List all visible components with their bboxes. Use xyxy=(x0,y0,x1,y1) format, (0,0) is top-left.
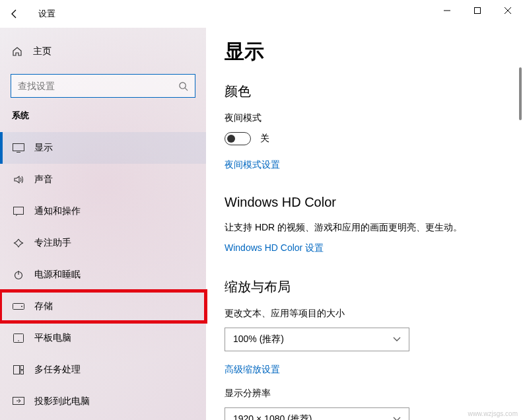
night-light-settings-link[interactable]: 夜间模式设置 xyxy=(225,159,280,171)
window-controls xyxy=(432,0,523,21)
sidebar: 主页 系统 显示 声音 通知和操作 xyxy=(0,28,206,420)
svg-point-2 xyxy=(180,82,186,88)
page-title: 显示 xyxy=(225,38,505,65)
maximize-button[interactable] xyxy=(462,0,493,21)
sidebar-item-label: 通知和操作 xyxy=(34,205,81,217)
section-scale: 缩放与布局 xyxy=(225,278,505,296)
home-link[interactable]: 主页 xyxy=(0,37,206,66)
arrow-left-icon xyxy=(9,9,20,19)
text-size-dropdown[interactable]: 100% (推荐) xyxy=(225,328,409,351)
chevron-down-icon xyxy=(393,337,401,342)
svg-rect-1 xyxy=(475,8,481,14)
sidebar-item-multitask[interactable]: 多任务处理 xyxy=(0,354,206,386)
sidebar-item-label: 专注助手 xyxy=(34,237,71,249)
main-panel: 显示 颜色 夜间模式 关 夜间模式设置 Windows HD Color 让支持… xyxy=(206,28,523,420)
sidebar-item-sound[interactable]: 声音 xyxy=(0,164,206,195)
hdcolor-desc: 让支持 HDR 的视频、游戏和应用的画面更明亮、更生动。 xyxy=(225,222,505,234)
home-icon xyxy=(12,46,24,57)
dropdown-value: 1920 × 1080 (推荐) xyxy=(233,413,312,420)
sidebar-item-notifications[interactable]: 通知和操作 xyxy=(0,195,206,227)
sidebar-item-project[interactable]: 投影到此电脑 xyxy=(0,386,206,417)
search-input[interactable] xyxy=(11,74,195,98)
sidebar-item-tablet[interactable]: 平板电脑 xyxy=(0,322,206,354)
chevron-down-icon xyxy=(393,417,401,420)
sidebar-section: 系统 xyxy=(0,110,206,122)
advanced-scale-link[interactable]: 高级缩放设置 xyxy=(225,364,280,376)
sidebar-item-power[interactable]: 电源和睡眠 xyxy=(0,259,206,291)
sound-icon xyxy=(12,174,25,185)
resolution-dropdown[interactable]: 1920 × 1080 (推荐) xyxy=(225,407,409,420)
sidebar-item-label: 多任务处理 xyxy=(34,364,81,376)
night-light-label: 夜间模式 xyxy=(225,112,505,124)
close-button[interactable] xyxy=(493,0,523,21)
back-button[interactable] xyxy=(5,5,24,23)
search-icon xyxy=(178,81,188,91)
svg-line-3 xyxy=(185,88,188,90)
hdcolor-link[interactable]: Windows HD Color 设置 xyxy=(225,242,324,254)
focus-icon xyxy=(12,238,25,248)
watermark: www.wzjsgs.com xyxy=(468,410,518,417)
home-label: 主页 xyxy=(33,46,52,57)
svg-rect-15 xyxy=(20,370,24,374)
section-color: 颜色 xyxy=(225,83,505,100)
tablet-icon xyxy=(12,333,25,343)
sidebar-item-label: 投影到此电脑 xyxy=(34,396,90,407)
power-icon xyxy=(12,269,25,280)
svg-rect-13 xyxy=(14,366,20,374)
titlebar: 设置 xyxy=(0,0,523,28)
search-field[interactable] xyxy=(18,81,178,91)
sidebar-item-label: 电源和睡眠 xyxy=(34,269,81,281)
sidebar-item-focus[interactable]: 专注助手 xyxy=(0,227,206,259)
svg-point-10 xyxy=(21,306,22,307)
dropdown-value: 100% (推荐) xyxy=(233,333,284,345)
toggle-state-text: 关 xyxy=(260,133,269,145)
scrollbar[interactable] xyxy=(519,67,522,120)
svg-rect-4 xyxy=(13,144,24,151)
display-icon xyxy=(12,143,25,153)
svg-rect-14 xyxy=(20,366,24,370)
sidebar-item-storage[interactable]: 存储 xyxy=(0,291,206,322)
svg-rect-6 xyxy=(14,207,24,215)
notification-icon xyxy=(12,207,25,216)
multitask-icon xyxy=(12,365,25,374)
sidebar-item-label: 存储 xyxy=(34,300,53,312)
nav-list: 显示 声音 通知和操作 专注助手 电源和睡眠 存储 xyxy=(0,132,206,417)
window-title: 设置 xyxy=(38,8,55,20)
resolution-label: 显示分辨率 xyxy=(225,388,505,400)
sidebar-item-display[interactable]: 显示 xyxy=(0,132,206,164)
storage-icon xyxy=(12,303,25,310)
text-size-label: 更改文本、应用等项目的大小 xyxy=(225,308,505,320)
sidebar-item-label: 平板电脑 xyxy=(34,332,71,344)
night-light-toggle[interactable] xyxy=(225,132,251,145)
section-hdcolor: Windows HD Color xyxy=(225,195,505,210)
project-icon xyxy=(12,397,25,406)
sidebar-item-label: 显示 xyxy=(34,142,53,154)
svg-point-12 xyxy=(18,340,19,341)
sidebar-item-label: 声音 xyxy=(34,174,53,186)
minimize-button[interactable] xyxy=(432,0,462,21)
